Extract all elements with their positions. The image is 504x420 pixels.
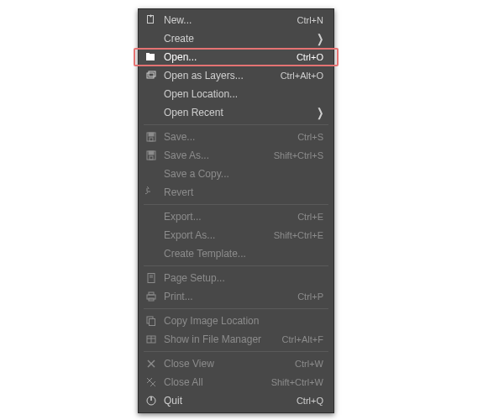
menu-item-label: Create xyxy=(159,33,312,45)
menu-item-page-setup: Page Setup... xyxy=(139,269,333,287)
svg-rect-3 xyxy=(147,73,154,78)
blank-icon xyxy=(144,209,159,224)
menu-item-label: Save a Copy... xyxy=(159,168,323,180)
menu-item-shortcut: Ctrl+Alt+F xyxy=(275,334,323,344)
quit-icon xyxy=(144,393,159,408)
closeall-icon xyxy=(144,375,159,390)
svg-rect-15 xyxy=(149,292,154,295)
menu-item-create[interactable]: Create❯ xyxy=(139,29,333,48)
menu-separator xyxy=(144,204,328,205)
menu-item-open-location[interactable]: Open Location... xyxy=(139,85,333,103)
blank-icon xyxy=(144,246,159,261)
menu-item-label: Save... xyxy=(159,131,291,143)
menu-item-shortcut: Ctrl+O xyxy=(290,52,323,62)
menu-item-open[interactable]: Open...Ctrl+O xyxy=(139,48,333,66)
menu-item-shortcut: Ctrl+N xyxy=(291,15,323,25)
filemgr-icon xyxy=(144,332,159,347)
svg-rect-9 xyxy=(149,151,154,155)
menu-item-label: Print... xyxy=(159,291,291,302)
menu-separator xyxy=(144,351,328,352)
menu-item-open-layers[interactable]: Open as Layers...Ctrl+Alt+O xyxy=(139,66,333,85)
menu-item-shortcut: Ctrl+E xyxy=(291,212,323,222)
open-icon xyxy=(144,50,159,65)
menu-separator xyxy=(144,265,328,266)
menu-item-label: Close All xyxy=(159,376,265,388)
menu-item-label: Open... xyxy=(159,51,290,63)
menu-item-label: Create Template... xyxy=(159,248,323,260)
menu-item-print: Print...Ctrl+P xyxy=(139,287,333,306)
menu-item-export: Export...Ctrl+E xyxy=(139,207,333,226)
pagesetup-icon xyxy=(144,270,159,286)
menu-item-label: Close View xyxy=(159,358,288,370)
layers-icon xyxy=(144,68,159,83)
menu-item-label: Quit xyxy=(159,395,290,407)
menu-item-new[interactable]: New...Ctrl+N xyxy=(139,11,333,29)
menu-item-shortcut: Shift+Ctrl+E xyxy=(267,230,323,240)
blank-icon xyxy=(144,31,159,46)
menu-item-label: Page Setup... xyxy=(159,272,323,284)
menu-item-revert: Revert xyxy=(139,183,333,202)
menu-item-label: Show in File Manager xyxy=(159,333,275,345)
saveas-icon xyxy=(144,148,159,163)
menu-item-export-as: Export As...Shift+Ctrl+E xyxy=(139,226,333,244)
copy-icon xyxy=(144,313,159,328)
chevron-right-icon: ❯ xyxy=(312,106,323,118)
menu-item-shortcut: Shift+Ctrl+S xyxy=(267,150,323,160)
menu-item-label: Open Recent xyxy=(159,107,312,118)
menu-item-label: Open Location... xyxy=(159,88,323,100)
menu-item-save: Save...Ctrl+S xyxy=(139,128,333,146)
svg-rect-7 xyxy=(150,138,153,141)
menu-item-label: Save As... xyxy=(159,150,267,161)
menu-item-close-view: Close ViewCtrl+W xyxy=(139,354,333,373)
save-icon xyxy=(144,129,159,144)
menu-separator xyxy=(144,308,328,309)
menu-item-shortcut: Ctrl+Alt+O xyxy=(274,71,323,81)
menu-item-open-recent[interactable]: Open Recent❯ xyxy=(139,103,333,122)
blank-icon xyxy=(144,105,159,120)
menu-item-create-tmpl: Create Template... xyxy=(139,244,333,263)
menu-separator xyxy=(144,124,328,125)
menu-item-label: Export As... xyxy=(159,229,267,241)
blank-icon xyxy=(144,166,159,181)
menu-item-save-as: Save As...Shift+Ctrl+S xyxy=(139,146,333,165)
close-icon xyxy=(144,356,159,371)
menu-item-label: Revert xyxy=(159,186,323,198)
menu-item-save-copy: Save a Copy... xyxy=(139,165,333,183)
menu-item-label: Copy Image Location xyxy=(159,315,323,327)
menu-item-label: Open as Layers... xyxy=(159,70,274,81)
svg-rect-4 xyxy=(149,71,155,76)
blank-icon xyxy=(144,228,159,243)
menu-item-shortcut: Ctrl+W xyxy=(288,359,323,369)
svg-rect-6 xyxy=(149,133,154,136)
menu-item-show-fm: Show in File ManagerCtrl+Alt+F xyxy=(139,330,333,349)
svg-rect-11 xyxy=(148,274,155,283)
file-menu[interactable]: New...Ctrl+NCreate❯Open...Ctrl+OOpen as … xyxy=(138,8,334,413)
svg-rect-18 xyxy=(150,319,155,326)
revert-icon xyxy=(144,185,159,200)
svg-rect-2 xyxy=(146,53,150,55)
menu-item-label: Export... xyxy=(159,211,291,223)
menu-item-label: New... xyxy=(159,14,291,26)
svg-rect-1 xyxy=(146,54,155,60)
menu-item-shortcut: Shift+Ctrl+W xyxy=(265,377,323,387)
menu-item-close-all: Close AllShift+Ctrl+W xyxy=(139,373,333,391)
chevron-right-icon: ❯ xyxy=(312,32,323,45)
menu-item-shortcut: Ctrl+Q xyxy=(290,396,323,406)
new-icon xyxy=(144,13,159,28)
menu-item-shortcut: Ctrl+S xyxy=(291,132,323,142)
print-icon xyxy=(144,289,159,304)
menu-item-copy-loc: Copy Image Location xyxy=(139,312,333,330)
svg-rect-10 xyxy=(150,156,153,160)
menu-item-shortcut: Ctrl+P xyxy=(291,291,323,302)
menu-item-quit[interactable]: QuitCtrl+Q xyxy=(139,391,333,410)
blank-icon xyxy=(144,87,159,102)
